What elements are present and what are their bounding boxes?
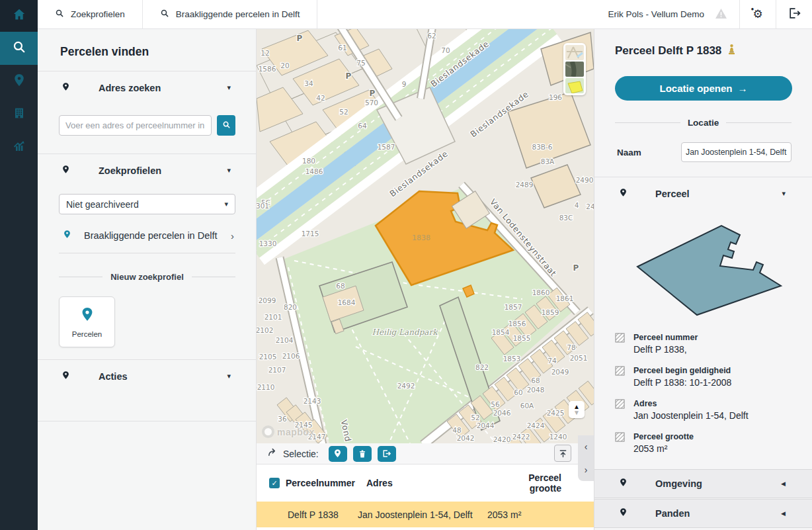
home-icon xyxy=(12,7,26,24)
style-streets-thumbnail[interactable] xyxy=(565,45,584,60)
detail-adres: AdresJan Joostenplein 1-54, Delft xyxy=(594,394,812,427)
column-header-perceelnummer[interactable]: Perceelnummer xyxy=(286,478,366,488)
mapbox-attribution[interactable]: mapbox xyxy=(262,425,315,438)
address-search-button[interactable] xyxy=(217,115,235,136)
results-table: ✓ Perceelnummer Adres Perceel grootte De… xyxy=(257,464,594,527)
svg-text:2107: 2107 xyxy=(268,366,286,374)
tab-zoekprofielen[interactable]: Zoekprofielen xyxy=(38,0,143,28)
svg-text:1857: 1857 xyxy=(505,303,522,311)
top-bar: Zoekprofielen Braakliggende percelen in … xyxy=(38,0,812,29)
tab-braakliggende-percelen[interactable]: Braakliggende percelen in Delft xyxy=(143,0,318,28)
selected-option: Niet gearchiveerd xyxy=(66,199,139,210)
map-canvas[interactable]: 1215862034425264617596270570158718014865… xyxy=(257,29,594,443)
arrow-up-to-line-icon xyxy=(558,449,568,459)
check-icon: ✓ xyxy=(271,479,277,488)
selection-delete-button[interactable] xyxy=(353,446,372,462)
parcel-outline xyxy=(637,226,781,315)
chevron-down-icon[interactable]: ▾ xyxy=(227,166,231,175)
section-label: Omgeving xyxy=(655,478,702,489)
naam-field-row: Naam xyxy=(617,142,792,162)
section-label: Zoekprofielen xyxy=(99,165,161,176)
section-omgeving[interactable]: Omgeving ◀ xyxy=(594,469,812,498)
section-perceel[interactable]: Perceel ▾ xyxy=(594,177,812,210)
svg-text:196: 196 xyxy=(549,93,562,101)
home-button[interactable] xyxy=(0,0,38,32)
locations-nav-button[interactable] xyxy=(0,65,38,98)
svg-text:70: 70 xyxy=(441,46,450,54)
open-location-button[interactable]: Locatie openen→ xyxy=(615,76,792,101)
address-search-input[interactable] xyxy=(59,115,212,136)
svg-text:2424: 2424 xyxy=(527,421,545,429)
svg-text:83A: 83A xyxy=(541,157,555,165)
style-parcels-thumbnail[interactable] xyxy=(565,78,584,93)
svg-text:68: 68 xyxy=(531,376,540,384)
svg-text:2492: 2492 xyxy=(397,382,415,390)
svg-text:61: 61 xyxy=(338,44,346,52)
svg-text:2422: 2422 xyxy=(512,433,530,441)
map-style-switcher[interactable] xyxy=(563,43,586,95)
svg-text:4: 4 xyxy=(575,201,579,209)
table-row[interactable]: Delft P 1838 Jan Joostenplein 1-54, Delf… xyxy=(257,502,594,527)
svg-text:1330: 1330 xyxy=(259,240,277,247)
chevron-down-icon[interactable]: ▾ xyxy=(227,372,231,380)
profile-name: Braakliggende percelen in Delft xyxy=(84,230,218,241)
address-search-row xyxy=(38,104,256,154)
svg-text:1684: 1684 xyxy=(338,298,356,306)
icon-rail xyxy=(0,0,38,530)
cell-grootte: 2053 m² xyxy=(487,509,567,520)
section-adres-zoeken[interactable]: Adres zoeken ▾ xyxy=(38,71,256,104)
chevron-right-icon: › xyxy=(231,230,234,242)
svg-text:2102: 2102 xyxy=(257,326,273,334)
section-label: Perceel xyxy=(655,189,690,199)
selection-export-button[interactable] xyxy=(378,446,396,462)
svg-text:60A: 60A xyxy=(520,402,534,410)
search-nav-button[interactable] xyxy=(0,32,38,65)
search-profile-item[interactable]: Braakliggende percelen in Delft › xyxy=(59,229,235,253)
chevron-left-icon[interactable]: ◀ xyxy=(781,480,786,487)
hatched-square-icon xyxy=(615,366,625,388)
svg-text:2420: 2420 xyxy=(493,435,511,443)
logout-button[interactable] xyxy=(776,0,812,28)
selection-locate-button[interactable] xyxy=(329,446,347,462)
section-label: Adres zoeken xyxy=(99,83,161,93)
svg-text:62: 62 xyxy=(427,32,436,40)
section-acties[interactable]: Acties ▾ xyxy=(38,360,256,392)
user-menu[interactable]: Erik Pols - Vellum Demo xyxy=(596,0,739,28)
naam-input[interactable] xyxy=(681,142,792,162)
search-icon xyxy=(222,120,231,131)
svg-text:24: 24 xyxy=(586,202,594,210)
section-zoekprofielen[interactable]: Zoekprofielen ▾ xyxy=(38,154,256,187)
svg-text:2044: 2044 xyxy=(477,421,495,429)
svg-text:Heilig Landpark: Heilig Landpark xyxy=(372,328,439,337)
map-pin-icon xyxy=(619,477,628,490)
buildings-nav-button[interactable] xyxy=(0,98,38,131)
svg-text:2110: 2110 xyxy=(257,383,275,391)
svg-text:74: 74 xyxy=(548,357,557,365)
select-all-checkbox[interactable]: ✓ xyxy=(269,478,280,488)
svg-text:2105: 2105 xyxy=(259,353,277,361)
arrow-right-icon: → xyxy=(738,83,748,94)
column-header-grootte[interactable]: Perceel grootte xyxy=(496,472,570,494)
selection-toolbar: Selectie: xyxy=(257,443,594,464)
parcel-title: Perceel Delft P 1838 xyxy=(615,44,721,58)
expand-table-button[interactable] xyxy=(554,445,571,462)
settings-button[interactable]: ⚙ ● xyxy=(739,0,776,28)
archive-filter-select[interactable]: Niet gearchiveerd ▾ xyxy=(59,194,235,214)
tab-label: Zoekprofielen xyxy=(71,9,125,19)
collapse-left-chevron[interactable]: ‹ xyxy=(585,442,588,451)
expand-right-chevron[interactable]: › xyxy=(585,465,588,474)
column-header-adres[interactable]: Adres xyxy=(366,478,496,488)
map-pitch-control[interactable]: ▲ ▼ xyxy=(569,401,585,418)
style-satellite-thumbnail[interactable] xyxy=(565,62,584,77)
logout-icon xyxy=(788,7,801,22)
map-pin-icon xyxy=(619,507,628,520)
statistics-nav-button[interactable] xyxy=(0,131,38,164)
section-panden[interactable]: Panden ◀ xyxy=(594,499,812,528)
chevron-down-icon[interactable]: ▾ xyxy=(782,189,786,198)
chevron-left-icon[interactable]: ◀ xyxy=(781,510,786,517)
svg-text:2099: 2099 xyxy=(259,296,276,304)
svg-text:2042: 2042 xyxy=(457,434,475,442)
search-icon xyxy=(12,40,26,57)
new-parcel-profile-card[interactable]: Percelen xyxy=(59,296,115,347)
chevron-down-icon[interactable]: ▾ xyxy=(227,83,231,92)
